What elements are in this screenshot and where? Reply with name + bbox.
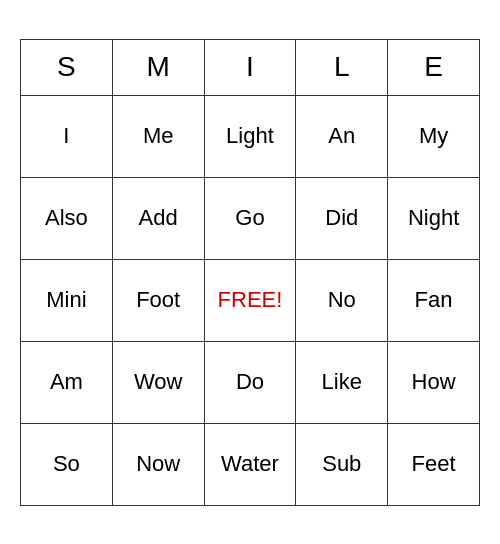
cell-r1-c3: Did (296, 177, 388, 259)
header-col-e: E (388, 39, 480, 95)
cell-r0-c2: Light (204, 95, 296, 177)
bingo-card: SMILE IMeLightAnMyAlsoAddGoDidNightMiniF… (20, 39, 480, 506)
table-row: IMeLightAnMy (21, 95, 480, 177)
cell-r1-c2: Go (204, 177, 296, 259)
cell-r0-c0: I (21, 95, 113, 177)
cell-r4-c2: Water (204, 423, 296, 505)
cell-r2-c0: Mini (21, 259, 113, 341)
cell-r0-c3: An (296, 95, 388, 177)
cell-r0-c1: Me (112, 95, 204, 177)
table-row: SoNowWaterSubFeet (21, 423, 480, 505)
cell-r3-c3: Like (296, 341, 388, 423)
cell-r3-c0: Am (21, 341, 113, 423)
cell-r1-c1: Add (112, 177, 204, 259)
cell-r4-c0: So (21, 423, 113, 505)
cell-r3-c4: How (388, 341, 480, 423)
cell-r2-c4: Fan (388, 259, 480, 341)
cell-r4-c1: Now (112, 423, 204, 505)
header-col-i: I (204, 39, 296, 95)
header-col-s: S (21, 39, 113, 95)
header-row: SMILE (21, 39, 480, 95)
cell-r0-c4: My (388, 95, 480, 177)
table-row: AmWowDoLikeHow (21, 341, 480, 423)
cell-r3-c2: Do (204, 341, 296, 423)
cell-r4-c4: Feet (388, 423, 480, 505)
cell-r4-c3: Sub (296, 423, 388, 505)
cell-r1-c4: Night (388, 177, 480, 259)
cell-r3-c1: Wow (112, 341, 204, 423)
header-col-m: M (112, 39, 204, 95)
cell-r2-c3: No (296, 259, 388, 341)
table-row: MiniFootFREE!NoFan (21, 259, 480, 341)
table-row: AlsoAddGoDidNight (21, 177, 480, 259)
cell-r2-c2: FREE! (204, 259, 296, 341)
cell-r1-c0: Also (21, 177, 113, 259)
cell-r2-c1: Foot (112, 259, 204, 341)
header-col-l: L (296, 39, 388, 95)
